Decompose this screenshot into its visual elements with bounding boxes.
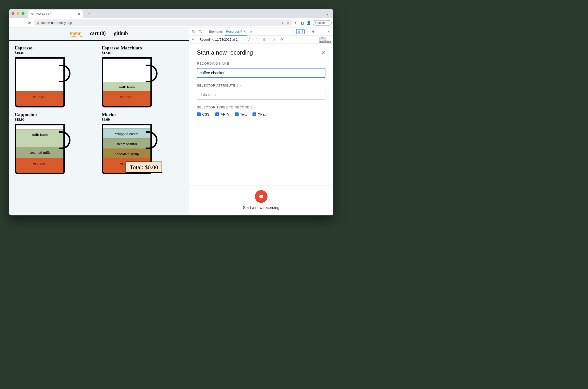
import-icon[interactable]: ⤵ [254,37,260,42]
devtools-panel: Elements Recorder ⚗ ✕ » ▤ 2 ⚙ ⋮ ✕ [189,28,333,215]
menu-grid: Espresso$10.00espressoEspresso Macchiato… [9,41,189,179]
item-price: $19.00 [15,118,96,122]
page-nav: menu cart (0) github [9,28,189,41]
close-tab-icon[interactable]: ✕ [243,30,246,33]
cup-graphic: espresso [15,57,74,107]
back-button[interactable]: ← [11,20,17,26]
omnibox[interactable]: 🔒 coffee-cart.netlify.app ⇪ ☆ [34,19,292,26]
item-name: Espresso Macchiato [102,45,183,51]
help-icon[interactable]: ? [251,106,254,109]
settings-icon[interactable]: ⚙ [311,29,316,34]
message-icon: ▤ [298,30,300,33]
cup-layer: milk foam [16,129,63,147]
nav-cart[interactable]: cart (0) [90,31,106,37]
webpage: menu cart (0) github Espresso$10.00espre… [9,28,189,215]
update-button[interactable]: Update⋮ [313,20,332,26]
issues-badge[interactable]: ▤ 2 [296,29,305,34]
nav-github[interactable]: github [114,31,128,37]
cup-layer: chocolate syrup [103,149,151,158]
cup-graphic: milk foamsteamed milkespresso [15,124,74,174]
cup-graphic: milk foamespresso [102,57,161,107]
label-selector-types: SELECTOR TYPES TO RECORD ? [197,105,325,109]
help-icon[interactable]: ? [237,84,240,87]
cup-layer: espresso [103,91,151,106]
selector-type-check[interactable]: ✓XPath [252,112,267,117]
close-window-button[interactable] [12,12,14,15]
record-button-label: Start a new recording [243,206,279,210]
cup-layer: milk foam [103,82,151,91]
recorder-body: Start a new recording ✕ RECORDING NAME S… [189,43,333,185]
tabs-dropdown-button[interactable]: ⌄ [326,12,329,16]
new-tab-button[interactable]: ＋ [87,11,91,17]
url-bar: ← → ⟳ 🔒 coffee-cart.netlify.app ⇪ ☆ ✦ ◧ … [9,18,333,27]
item-price: $8.00 [102,118,183,122]
recorder-footer: Start a new recording [189,186,333,215]
tab-elements[interactable]: Elements [208,28,223,35]
browser-tab[interactable]: Coffee cart ✕ [28,10,83,18]
checkbox-icon: ✓ [235,112,239,116]
new-recording-button[interactable]: ＋ [191,37,195,42]
extensions-icon[interactable]: ✦ [293,20,299,26]
checkbox-icon: ✓ [215,112,219,116]
close-devtools-icon[interactable]: ✕ [326,29,332,34]
cup-graphic: whipped creamsteamed milkchocolate syrup… [102,124,161,174]
label-selector-attr: SELECTOR ATTRIBUTE ? [197,84,325,88]
cup-layer: steamed milk [103,138,151,149]
close-tab-button[interactable]: ✕ [78,12,80,16]
device-toggle-icon[interactable] [198,29,204,34]
cup-layer: whipped cream [103,128,151,138]
total-box[interactable]: Total: $0.00 [126,162,162,173]
maximize-window-button[interactable] [22,12,25,15]
tab-recorder[interactable]: Recorder ⚗ ✕ [225,28,247,35]
menu-item[interactable]: Espresso$10.00espresso [15,45,96,107]
checkbox-icon: ✓ [197,112,201,116]
selector-types-checks: ✓CSS✓ARIA✓Text✓XPath [197,112,325,117]
cup-layer: steamed milk [16,147,63,158]
cup-layer: espresso [16,91,63,106]
label-recording-name: RECORDING NAME [197,62,325,66]
beaker-icon: ⚗ [240,30,243,33]
panel-title: Start a new recording ✕ [197,49,325,56]
send-feedback-link[interactable]: Sendfeedback [319,36,331,42]
menu-item[interactable]: Espresso Macchiato$12.00milk foamespress… [102,45,183,107]
devtools-tabs: Elements Recorder ⚗ ✕ » ▤ 2 ⚙ ⋮ ✕ [189,28,333,36]
forward-button[interactable]: → [18,20,25,26]
more-tabs-icon[interactable]: » [248,29,254,34]
chevron-down-icon[interactable]: ⌄ [240,38,242,41]
recording-name-input[interactable] [197,68,325,78]
bookmark-icon[interactable]: ☆ [286,21,289,25]
tab-title: Coffee cart [36,12,76,16]
vue-favicon-icon [31,13,34,16]
kebab-menu-icon[interactable]: ⋮ [318,29,324,34]
export-icon[interactable]: ⤴ [246,37,252,42]
selector-type-check[interactable]: ✓CSS [197,112,210,117]
delete-icon[interactable]: 🗑 [262,37,267,42]
share-icon[interactable]: ⇪ [281,21,284,25]
checkbox-icon: ✓ [252,112,256,116]
reload-button[interactable]: ⟳ [26,20,32,26]
lock-icon: 🔒 [36,21,40,24]
record-button[interactable] [255,190,268,203]
selector-attr-input[interactable] [197,90,325,99]
cup-layer: espresso [16,158,63,173]
recorder-toolbar: ＋ Recording 11/23/2022 at 2 ⌄ ⤴ ⤵ 🗑 ▷ ⟳ … [189,36,333,43]
menu-item[interactable]: Cappucino$19.00milk foamsteamed milkespr… [15,112,96,174]
selector-type-check[interactable]: ✓ARIA [215,112,229,117]
inspect-icon[interactable] [191,29,196,34]
sidepanel-icon[interactable]: ◧ [300,20,305,26]
url-text: coffee-cart.netlify.app [41,21,72,25]
speed-icon[interactable]: ⟳ [279,37,285,42]
nav-menu[interactable]: menu [70,31,82,37]
item-price: $12.00 [102,51,183,55]
close-panel-icon[interactable]: ✕ [321,50,325,56]
selector-type-check[interactable]: ✓Text [235,112,247,117]
profile-icon[interactable]: 👤 [306,20,311,26]
play-icon[interactable]: ▷ [271,37,277,42]
svg-rect-2 [201,31,202,32]
item-price: $10.00 [15,51,96,55]
recording-selector[interactable]: Recording 11/23/2022 at 2 [199,38,238,42]
minimize-window-button[interactable] [16,12,19,15]
titlebar: Coffee cart ✕ ＋ ⌄ [9,9,333,18]
window-controls [12,12,25,15]
menu-item[interactable]: Mocha$8.00whipped creamsteamed milkchoco… [102,112,183,174]
